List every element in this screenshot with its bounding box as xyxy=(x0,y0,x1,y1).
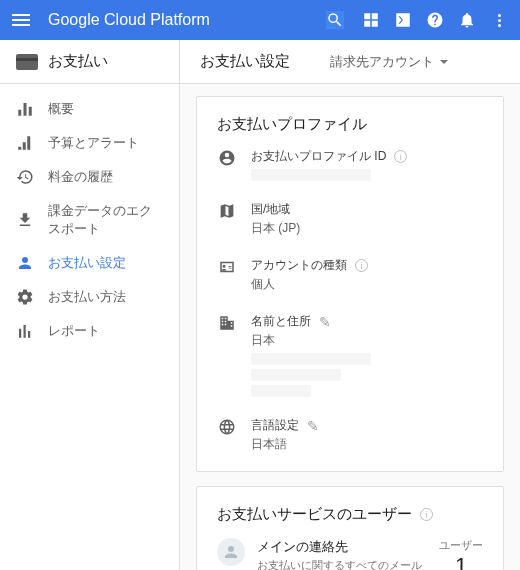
cloudshell-icon[interactable] xyxy=(394,11,412,29)
avatar-icon xyxy=(217,538,245,566)
edit-icon[interactable]: ✎ xyxy=(319,314,331,330)
sidebar-item-export[interactable]: 課金データのエクスポート xyxy=(0,194,179,246)
field-label: お支払いプロファイル ID xyxy=(251,148,386,165)
person-icon xyxy=(16,254,34,272)
field-country: 国/地域 日本 (JP) xyxy=(217,201,483,237)
subheader: お支払い お支払い設定 請求先アカウント xyxy=(0,40,520,84)
info-icon[interactable]: i xyxy=(355,259,368,272)
field-profile-id: お支払いプロファイル ID i xyxy=(217,148,483,181)
chevron-down-icon xyxy=(440,60,448,64)
profile-id-icon xyxy=(217,148,237,168)
user-count-value: 1 xyxy=(439,553,483,570)
product-name: お支払い xyxy=(48,52,108,71)
globe-icon xyxy=(217,417,237,437)
notifications-icon[interactable] xyxy=(458,11,476,29)
dashboard-icon[interactable] xyxy=(362,11,380,29)
billing-account-dropdown[interactable]: 請求先アカウント xyxy=(330,53,448,71)
sidebar-item-reports[interactable]: レポート xyxy=(0,314,179,348)
field-label: アカウントの種類 xyxy=(251,257,347,274)
gear-icon xyxy=(16,288,34,306)
page-header: お支払い設定 請求先アカウント xyxy=(180,40,520,84)
user-count-label: ユーザー xyxy=(439,538,483,553)
sidebar-item-label: レポート xyxy=(48,322,100,340)
help-icon[interactable] xyxy=(426,11,444,29)
field-language: 言語設定 ✎ 日本語 xyxy=(217,417,483,453)
field-value: 個人 xyxy=(251,276,483,293)
badge-icon xyxy=(217,257,237,277)
search-icon[interactable] xyxy=(326,11,344,29)
edit-icon[interactable]: ✎ xyxy=(307,418,319,434)
profile-card: お支払いプロファイル お支払いプロファイル ID i 国/地域 xyxy=(196,96,504,472)
sidebar-item-payment-settings[interactable]: お支払い設定 xyxy=(0,246,179,280)
field-value: 日本 xyxy=(251,332,483,349)
content: お支払いプロファイル お支払いプロファイル ID i 国/地域 xyxy=(180,84,520,570)
field-account-type: アカウントの種類 i 個人 xyxy=(217,257,483,293)
product-header: お支払い xyxy=(0,40,180,84)
dropdown-label: 請求先アカウント xyxy=(330,53,434,71)
billing-icon xyxy=(16,54,38,70)
sidebar-item-label: 料金の履歴 xyxy=(48,168,113,186)
sidebar-item-history[interactable]: 料金の履歴 xyxy=(0,160,179,194)
sidebar-item-label: お支払い設定 xyxy=(48,254,126,272)
redacted-value xyxy=(251,385,311,397)
field-label: 言語設定 xyxy=(251,417,299,434)
page-title: お支払い設定 xyxy=(200,52,290,71)
more-icon[interactable] xyxy=(490,11,508,29)
app-title: Google Cloud Platform xyxy=(48,11,326,29)
sidebar-item-overview[interactable]: 概要 xyxy=(0,92,179,126)
info-icon[interactable]: i xyxy=(394,150,407,163)
primary-contact-desc: お支払いに関するすべてのメールを受け取ります xyxy=(257,558,427,570)
redacted-value xyxy=(251,169,371,181)
top-bar: Google Cloud Platform xyxy=(0,0,520,40)
field-label: 名前と住所 xyxy=(251,313,311,330)
profile-card-title: お支払いプロファイル xyxy=(217,115,483,134)
field-name-address: 名前と住所 ✎ 日本 xyxy=(217,313,483,397)
export-icon xyxy=(16,211,34,229)
sidebar-item-label: お支払い方法 xyxy=(48,288,126,306)
main: 概要 予算とアラート 料金の履歴 課金データのエクスポート お支払い設定 お支払… xyxy=(0,84,520,570)
top-icons xyxy=(326,11,508,29)
field-value: 日本語 xyxy=(251,436,483,453)
field-label: 国/地域 xyxy=(251,201,290,218)
map-icon xyxy=(217,201,237,221)
sidebar-item-budgets[interactable]: 予算とアラート xyxy=(0,126,179,160)
primary-contact-label: メインの連絡先 xyxy=(257,538,427,556)
redacted-value xyxy=(251,353,371,365)
budgets-icon xyxy=(16,134,34,152)
sidebar: 概要 予算とアラート 料金の履歴 課金データのエクスポート お支払い設定 お支払… xyxy=(0,84,180,570)
field-value: 日本 (JP) xyxy=(251,220,483,237)
hamburger-icon[interactable] xyxy=(12,14,36,26)
sidebar-item-label: 概要 xyxy=(48,100,74,118)
redacted-value xyxy=(251,369,341,381)
sidebar-item-label: 予算とアラート xyxy=(48,134,139,152)
users-card-title: お支払いサービスのユーザー xyxy=(217,505,412,524)
business-icon xyxy=(217,313,237,333)
history-icon xyxy=(16,168,34,186)
sidebar-item-label: 課金データのエクスポート xyxy=(48,202,163,238)
reports-icon xyxy=(16,322,34,340)
overview-icon xyxy=(16,100,34,118)
sidebar-item-payment-method[interactable]: お支払い方法 xyxy=(0,280,179,314)
users-card: お支払いサービスのユーザー i メインの連絡先 お支払いに関するすべてのメールを… xyxy=(196,486,504,570)
info-icon[interactable]: i xyxy=(420,508,433,521)
